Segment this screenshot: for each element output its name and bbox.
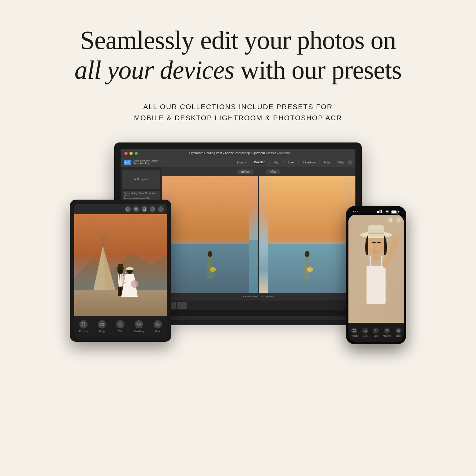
- svg-point-3: [208, 251, 213, 257]
- svg-point-76: [375, 329, 376, 331]
- masking-icon: [135, 320, 143, 328]
- phone-screen: Presets Crop Edit: [348, 215, 404, 342]
- nav-book[interactable]: Book: [288, 161, 294, 164]
- phone-masking-icon: [384, 327, 390, 334]
- svg-rect-57: [392, 210, 397, 213]
- nav-web[interactable]: Web: [338, 161, 344, 164]
- svg-point-20: [152, 208, 153, 209]
- svg-rect-70: [368, 233, 384, 234]
- lr-content: Before After: [162, 167, 355, 301]
- svg-rect-73: [354, 329, 356, 330]
- svg-point-12: [305, 251, 310, 257]
- phone-tab-masking[interactable]: Masking: [383, 327, 391, 337]
- laptop-title: Lightroom Catalog.lrcat - Adobe Photosho…: [189, 151, 290, 155]
- sub-heading-line1: ALL OUR COLLECTIONS INCLUDE PRESETS FOR: [143, 103, 333, 111]
- lr-photos: [162, 176, 355, 293]
- tab-heal[interactable]: Heal: [154, 320, 162, 333]
- nav-print[interactable]: Print: [324, 161, 330, 164]
- phone-photo: [348, 215, 404, 323]
- svg-point-18: [127, 208, 129, 210]
- svg-line-61: [370, 256, 371, 266]
- minimize-dot: [129, 152, 133, 155]
- tab-edit[interactable]: Edit: [116, 320, 124, 333]
- heading-rest: with our presets: [234, 56, 401, 84]
- svg-rect-72: [353, 329, 354, 330]
- main-heading: Seamlessly edit your photos on all your …: [75, 25, 401, 85]
- preset-label: Preset Vintage Glow 05 - Lou & Marks: [124, 192, 159, 196]
- svg-rect-52: [380, 210, 380, 213]
- svg-point-65: [369, 245, 374, 248]
- phone-tab-crop[interactable]: Crop: [362, 327, 368, 337]
- svg-rect-45: [82, 325, 83, 326]
- lr-before-after: Before After: [162, 167, 355, 176]
- nav-slideshow[interactable]: Slideshow: [302, 161, 315, 164]
- svg-rect-50: [377, 211, 378, 213]
- edit-label: Edit: [118, 330, 122, 333]
- edit-icon: [116, 320, 124, 328]
- svg-rect-60: [367, 266, 386, 304]
- lr-logo: LrC: [124, 160, 131, 165]
- phone-icon-2[interactable]: [395, 217, 402, 223]
- phone-status: [377, 210, 399, 214]
- svg-rect-75: [354, 331, 356, 332]
- svg-point-69: [368, 225, 384, 229]
- phone-tab-presets[interactable]: Presets: [350, 327, 358, 337]
- tablet-icon-3: [142, 206, 147, 212]
- svg-point-7: [210, 267, 216, 272]
- phone-body: 8:41: [346, 206, 406, 344]
- lr-username: Sara Houlihan: [133, 162, 158, 165]
- close-dot: [124, 152, 128, 155]
- tablet-screen: ‹: [74, 204, 167, 337]
- after-photo: [259, 176, 355, 293]
- phone-time: 8:41: [353, 210, 358, 213]
- tab-masking[interactable]: Masking: [134, 320, 144, 333]
- nav-map[interactable]: Map: [274, 161, 280, 164]
- tablet-icon-2: [133, 206, 139, 212]
- sub-heading: ALL OUR COLLECTIONS INCLUDE PRESETS FOR …: [134, 101, 342, 123]
- svg-point-71: [389, 219, 392, 221]
- amount-label: Amount —————— 100: [124, 197, 159, 199]
- svg-point-21: [161, 209, 161, 209]
- crop-label: Crop: [99, 330, 105, 333]
- svg-rect-46: [84, 325, 85, 326]
- tab-crop[interactable]: Crop: [98, 320, 106, 333]
- devices-container: Lightroom Catalog.lrcat - Adobe Photosho…: [63, 142, 413, 428]
- svg-point-23: [162, 209, 162, 209]
- svg-rect-11: [268, 241, 346, 244]
- laptop-titlebar: Lightroom Catalog.lrcat - Adobe Photosho…: [121, 149, 355, 158]
- before-photo-svg: [162, 176, 258, 293]
- sub-heading-line2: MOBILE & DESKTOP LIGHTROOM & PHOTOSHOP A…: [134, 114, 342, 122]
- toolbar-soft: Soft Proofing: [261, 295, 274, 298]
- svg-point-66: [392, 236, 399, 242]
- tab-presets[interactable]: Presets: [79, 320, 88, 333]
- svg-rect-5: [207, 266, 208, 279]
- lr-menubar: LrC Adobe Lightroom Classic Sara Houliha…: [121, 158, 355, 167]
- navigator-label: ▶ Navigator: [135, 178, 148, 181]
- toolbar-ba: Before & After...: [243, 295, 259, 298]
- tablet-back-btn[interactable]: ‹: [77, 207, 78, 211]
- nav-develop[interactable]: Develop: [254, 161, 265, 164]
- tablet-icon-1: [125, 206, 131, 212]
- svg-rect-44: [84, 322, 85, 324]
- svg-rect-19: [143, 208, 146, 210]
- lr-navigator: ▶ Navigator: [122, 170, 160, 189]
- phone-notch: 8:41: [348, 208, 404, 215]
- svg-rect-53: [381, 210, 382, 213]
- phone-tab-heal[interactable]: Heal: [395, 327, 402, 337]
- svg-point-54: [387, 212, 387, 213]
- tablet-bottombar: Presets Crop Edit: [74, 316, 167, 337]
- svg-rect-37: [118, 287, 120, 296]
- after-photo-svg: [259, 176, 355, 293]
- svg-rect-56: [398, 211, 399, 212]
- phone-tab-edit[interactable]: Edit: [373, 327, 379, 337]
- crop-icon: [98, 320, 106, 328]
- phone-edit-icon: [373, 327, 379, 334]
- phone-icon-1[interactable]: [387, 217, 393, 223]
- phone-presets-icon: [351, 327, 357, 334]
- svg-point-17: [299, 274, 315, 277]
- filmstrip-item: [177, 302, 187, 309]
- nav-library[interactable]: Library: [237, 161, 246, 164]
- phone-photo-svg: [348, 215, 404, 323]
- hero-section: Seamlessly edit your photos on all your …: [0, 0, 476, 123]
- svg-rect-51: [378, 211, 379, 213]
